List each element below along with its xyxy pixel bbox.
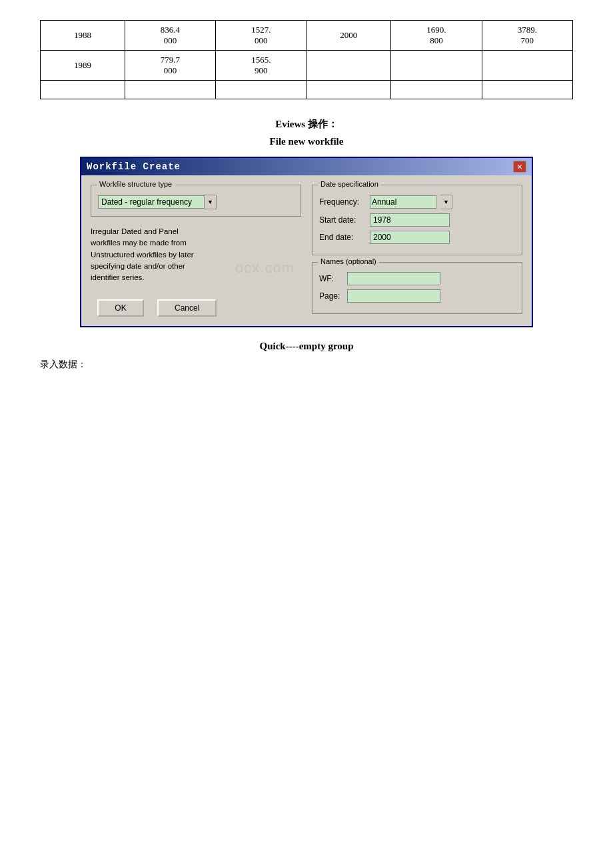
frequency-row: Frequency: Annual Quarterly Monthly Week…	[319, 195, 515, 209]
start-date-input[interactable]	[370, 213, 450, 227]
cell-empty-2	[125, 81, 215, 99]
description-text: Irregular Dated and Panelworkfiles may b…	[91, 226, 301, 283]
table-row-empty	[41, 81, 573, 99]
cancel-button[interactable]: Cancel	[157, 299, 217, 317]
cell-empty-4	[306, 81, 391, 99]
frequency-select[interactable]: Annual Quarterly Monthly Weekly Daily	[370, 195, 436, 209]
date-specification-group: Date specification Frequency: Annual Qua…	[312, 185, 522, 255]
workfile-create-dialog: Workfile Create ✕ Workfile structure typ…	[80, 157, 533, 327]
frequency-label: Frequency:	[319, 197, 366, 207]
cell-1989-col3: 1565.900	[216, 51, 306, 81]
structure-dropdown-arrow[interactable]: ▼	[205, 195, 217, 209]
cell-1988-col6: 3789.700	[482, 21, 572, 51]
cell-empty-1	[41, 81, 125, 99]
date-spec-legend: Date specification	[318, 180, 381, 188]
enter-data-label: 录入数据：	[40, 359, 573, 371]
description-watermark-area: Irregular Dated and Panelworkfiles may b…	[91, 223, 301, 283]
frequency-dropdown-arrow[interactable]: ▼	[440, 195, 452, 209]
workfile-structure-legend: Workfile structure type	[97, 180, 175, 188]
chevron-down-icon: ▼	[207, 199, 213, 205]
cell-empty-6	[482, 81, 572, 99]
dialog-body: Workfile structure type Dated - regular …	[81, 175, 532, 326]
ok-button[interactable]: OK	[97, 299, 144, 317]
start-date-label: Start date:	[319, 215, 366, 225]
cell-1989-col4	[306, 51, 391, 81]
cell-year-1988: 1988	[41, 21, 125, 51]
close-icon: ✕	[517, 161, 522, 172]
data-table: 1988 836.4000 1527.000 2000 1690.800 378…	[40, 20, 573, 99]
cell-1989-col2: 779.7000	[125, 51, 215, 81]
eviews-heading: Eviews 操作：	[40, 118, 573, 131]
dialog-right-panel: Date specification Frequency: Annual Qua…	[312, 185, 522, 317]
cell-empty-3	[216, 81, 306, 99]
dialog-buttons: OK Cancel	[91, 299, 301, 317]
quick-heading: Quick----empty group	[40, 341, 573, 352]
names-optional-legend: Names (optional)	[318, 257, 379, 265]
table-row: 1989 779.7000 1565.900	[41, 51, 573, 81]
start-date-row: Start date:	[319, 213, 515, 227]
structure-dropdown-row: Dated - regular frequency Irregular date…	[98, 195, 294, 209]
end-date-row: End date:	[319, 231, 515, 244]
cell-1989-col6	[482, 51, 572, 81]
cell-1988-col5: 1690.800	[391, 21, 482, 51]
end-date-input[interactable]	[370, 231, 450, 244]
names-optional-group: Names (optional) WF: Page:	[312, 262, 522, 314]
wf-label: WF:	[319, 274, 343, 283]
dialog-left-panel: Workfile structure type Dated - regular …	[91, 185, 301, 317]
close-button[interactable]: ✕	[513, 161, 526, 173]
cell-year-1989: 1989	[41, 51, 125, 81]
wf-row: WF:	[319, 272, 515, 285]
cell-empty-5	[391, 81, 482, 99]
end-date-label: End date:	[319, 233, 366, 242]
table-row: 1988 836.4000 1527.000 2000 1690.800 378…	[41, 21, 573, 51]
cell-1989-col5	[391, 51, 482, 81]
page-row: Page:	[319, 289, 515, 303]
page-input[interactable]	[347, 289, 440, 303]
file-new-workfile-heading: File new workfile	[40, 136, 573, 147]
cell-1988-col4: 2000	[306, 21, 391, 51]
cell-1988-col3: 1527.000	[216, 21, 306, 51]
workfile-structure-group: Workfile structure type Dated - regular …	[91, 185, 301, 217]
wf-input[interactable]	[347, 272, 440, 285]
chevron-down-icon: ▼	[443, 199, 449, 205]
structure-type-select[interactable]: Dated - regular frequency Irregular date…	[98, 195, 205, 209]
dialog-titlebar: Workfile Create ✕	[81, 158, 532, 175]
page-label: Page:	[319, 291, 343, 301]
dialog-title: Workfile Create	[87, 161, 181, 172]
cell-1988-col2: 836.4000	[125, 21, 215, 51]
dialog-wrapper: Workfile Create ✕ Workfile structure typ…	[40, 157, 573, 327]
